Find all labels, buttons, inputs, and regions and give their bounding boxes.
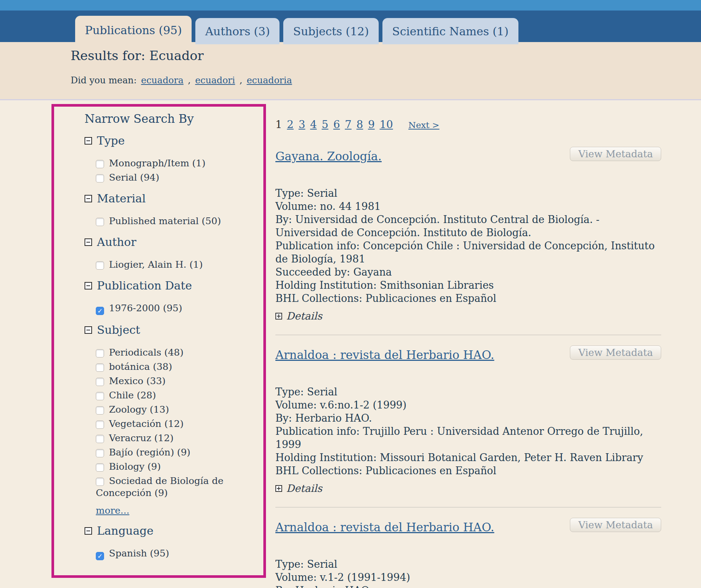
facet-option[interactable]: Vegetación (12) xyxy=(96,418,254,430)
details-toggle[interactable]: Details xyxy=(275,482,661,494)
tab-scientific-names[interactable]: Scientific Names (1) xyxy=(382,18,518,44)
pagination-next-link[interactable]: Next > xyxy=(408,120,440,130)
result-item: Arnaldoa : revista del Herbario HAO.View… xyxy=(275,520,661,588)
metadata-line: By: Herbario HAO. xyxy=(275,584,661,588)
pagination: 12345678910Next > xyxy=(275,118,661,132)
facet-rows: Published material (50) xyxy=(96,215,254,227)
facet-option[interactable]: Monograph/Item (1) xyxy=(96,157,254,169)
collapse-icon[interactable] xyxy=(85,326,92,334)
result-metadata: Type: SerialVolume: no. 44 1981By: Unive… xyxy=(275,187,661,305)
facet-section-material: MaterialPublished material (50) xyxy=(85,192,254,227)
pagination-page-link[interactable]: 2 xyxy=(287,118,294,131)
collapse-icon[interactable] xyxy=(85,238,92,246)
top-light-blue-bar xyxy=(0,0,701,11)
metadata-line: By: Herbario HAO. xyxy=(275,412,661,425)
checkbox[interactable] xyxy=(96,421,104,429)
facet-option[interactable]: botánica (38) xyxy=(96,361,254,373)
checkbox[interactable] xyxy=(96,435,104,443)
facet-option[interactable]: Biology (9) xyxy=(96,461,254,473)
pagination-page-link[interactable]: 6 xyxy=(333,118,340,131)
pagination-page-link[interactable]: 8 xyxy=(357,118,363,131)
checkbox[interactable] xyxy=(96,449,104,457)
checkbox[interactable] xyxy=(96,363,104,372)
collapse-icon[interactable] xyxy=(85,137,92,145)
metadata-line: Volume: v.1-2 (1991-1994) xyxy=(275,571,661,584)
suggestion-separator: , xyxy=(237,75,245,86)
facet-option[interactable]: Mexico (33) xyxy=(96,375,254,387)
facet-option[interactable]: ✓Spanish (95) xyxy=(96,547,254,560)
pagination-page-link[interactable]: 4 xyxy=(310,118,317,131)
suggestion-link[interactable]: ecuadora xyxy=(141,75,183,86)
metadata-line: Publication info: Concepción Chile : Uni… xyxy=(275,239,661,265)
checkbox[interactable] xyxy=(96,349,104,357)
pagination-page-link[interactable]: 3 xyxy=(299,118,305,131)
checkbox-checked[interactable]: ✓ xyxy=(96,307,104,315)
facet-option[interactable]: Zoology (13) xyxy=(96,404,254,416)
facet-section-author: AuthorLiogier, Alain H. (1) xyxy=(85,235,254,271)
facet-section-type: TypeMonograph/Item (1)Serial (94) xyxy=(85,134,254,184)
checkbox[interactable] xyxy=(96,478,104,486)
pagination-page-link[interactable]: 7 xyxy=(345,118,352,131)
tab-publications[interactable]: Publications (95) xyxy=(75,16,192,44)
facet-label: Subject xyxy=(97,323,140,337)
facet-sidebar: Narrow Search By TypeMonograph/Item (1)S… xyxy=(85,112,254,562)
facet-option[interactable]: Chile (28) xyxy=(96,389,254,401)
suggestion-separator: , xyxy=(185,75,193,86)
page-title: Results for: Ecuador xyxy=(71,48,204,63)
facet-option[interactable]: Published material (50) xyxy=(96,215,254,227)
metadata-line: Succeeded by: Gayana xyxy=(275,265,661,279)
collapse-icon[interactable] xyxy=(85,527,92,535)
result-title-link[interactable]: Gayana. Zoología. xyxy=(275,149,382,163)
facet-option[interactable]: Bajío (región) (9) xyxy=(96,446,254,458)
tab-subjects[interactable]: Subjects (12) xyxy=(283,18,379,44)
result-divider xyxy=(275,335,661,335)
pagination-page-link[interactable]: 9 xyxy=(368,118,375,131)
suggestion-link[interactable]: ecuadori xyxy=(195,75,235,86)
metadata-line: BHL Collections: Publicaciones en Españo… xyxy=(275,292,661,305)
facet-option[interactable]: Veracruz (12) xyxy=(96,432,254,444)
details-label: Details xyxy=(286,310,322,322)
pagination-page-link[interactable]: 5 xyxy=(322,118,328,131)
checkbox[interactable] xyxy=(96,463,104,472)
collapse-icon[interactable] xyxy=(85,282,92,289)
facet-option[interactable]: Periodicals (48) xyxy=(96,347,254,359)
view-metadata-button[interactable]: View Metadata xyxy=(570,518,661,532)
facet-rows: Liogier, Alain H. (1) xyxy=(96,259,254,271)
result-title-link[interactable]: Arnaldoa : revista del Herbario HAO. xyxy=(275,520,494,534)
metadata-line: Volume: no. 44 1981 xyxy=(275,200,661,213)
checkbox[interactable] xyxy=(96,160,104,168)
checkbox-checked[interactable]: ✓ xyxy=(96,552,104,560)
facet-option[interactable]: ✓1976-2000 (95) xyxy=(96,302,254,315)
sidebar-title: Narrow Search By xyxy=(85,112,254,126)
checkbox[interactable] xyxy=(96,378,104,386)
facet-label: Publication Date xyxy=(97,279,192,292)
suggestion-link[interactable]: ecuadoria xyxy=(247,75,292,86)
result-title-link[interactable]: Arnaldoa : revista del Herbario HAO. xyxy=(275,348,494,362)
checkbox[interactable] xyxy=(96,218,104,226)
facet-section-publication-date: Publication Date✓1976-2000 (95) xyxy=(85,279,254,315)
facet-header-type: Type xyxy=(85,134,254,148)
more-link[interactable]: more... xyxy=(96,505,129,516)
tab-authors[interactable]: Authors (3) xyxy=(195,18,279,44)
facet-section-language: Language✓Spanish (95) xyxy=(85,524,254,560)
result-divider xyxy=(275,507,661,508)
facet-option[interactable]: Serial (94) xyxy=(96,172,254,184)
facet-label: Material xyxy=(97,192,146,205)
pagination-page-link[interactable]: 10 xyxy=(379,118,393,131)
facet-option[interactable]: Liogier, Alain H. (1) xyxy=(96,259,254,271)
metadata-line: By: Universidad de Concepción. Instituto… xyxy=(275,213,661,239)
facet-label: Author xyxy=(97,235,136,249)
facet-rows: ✓Spanish (95) xyxy=(96,547,254,560)
result-item: Arnaldoa : revista del Herbario HAO.View… xyxy=(275,348,661,494)
checkbox[interactable] xyxy=(96,261,104,270)
view-metadata-button[interactable]: View Metadata xyxy=(570,345,661,360)
checkbox[interactable] xyxy=(96,174,104,182)
checkbox[interactable] xyxy=(96,406,104,415)
view-metadata-button[interactable]: View Metadata xyxy=(570,147,661,161)
expand-icon xyxy=(275,485,282,492)
facet-option[interactable]: Sociedad de Biología de Concepción (9) xyxy=(96,475,254,499)
checkbox[interactable] xyxy=(96,392,104,400)
collapse-icon[interactable] xyxy=(85,195,92,202)
facet-header-publication-date: Publication Date xyxy=(85,279,254,292)
details-toggle[interactable]: Details xyxy=(275,310,661,322)
